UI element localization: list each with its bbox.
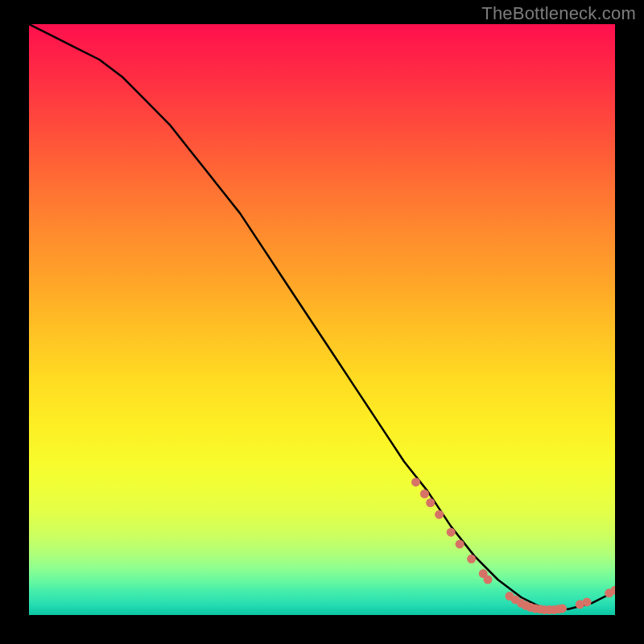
curve-marker (558, 604, 567, 613)
curve-marker (426, 498, 435, 507)
curve-marker (583, 597, 592, 606)
curve-marker (456, 539, 464, 548)
chart-frame: TheBottleneck.com (0, 0, 644, 644)
curve-markers (29, 24, 615, 615)
watermark-text: TheBottleneck.com (481, 3, 636, 24)
curve-marker (435, 510, 444, 519)
curve-marker (467, 555, 476, 564)
curve-marker (411, 477, 420, 486)
plot-area (29, 24, 615, 615)
curve-marker (447, 528, 456, 537)
curve-marker (420, 489, 429, 498)
curve-marker (484, 576, 493, 584)
